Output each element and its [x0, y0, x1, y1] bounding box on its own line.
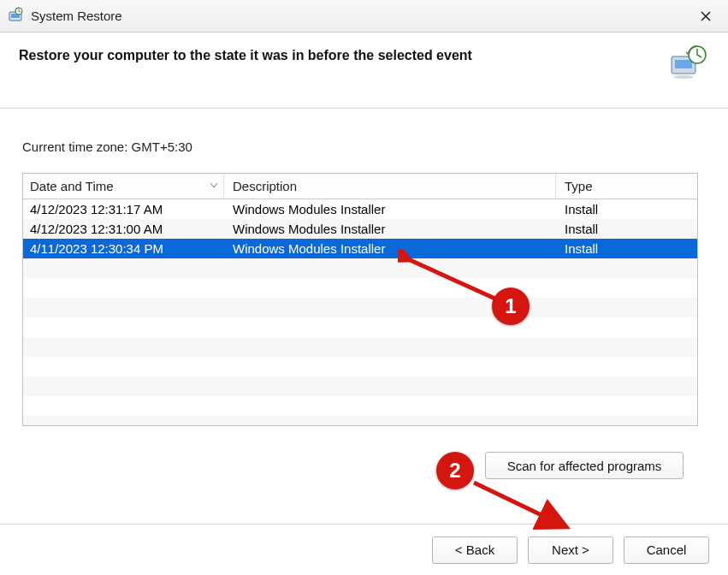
grid-body: 4/12/2023 12:31:17 AM Windows Modules In…	[23, 199, 697, 425]
page-heading: Restore your computer to the state it wa…	[19, 48, 472, 63]
restore-wizard-icon	[668, 43, 709, 84]
timezone-label: Current time zone: GMT+5:30	[22, 139, 706, 154]
column-header-datetime[interactable]: Date and Time	[23, 174, 224, 199]
table-row[interactable]: 4/12/2023 12:31:17 AM Windows Modules In…	[23, 199, 697, 219]
svg-rect-4	[675, 60, 692, 68]
sort-indicator-icon	[210, 177, 218, 192]
grid-header: Date and Time Description Type	[23, 174, 697, 199]
content-area: Current time zone: GMT+5:30 Date and Tim…	[0, 109, 728, 493]
cell-description: Windows Modules Installer	[224, 221, 556, 237]
column-header-description-label: Description	[233, 179, 297, 193]
svg-point-5	[673, 75, 694, 79]
table-row[interactable]: 4/12/2023 12:31:00 AM Windows Modules In…	[23, 219, 697, 239]
cell-type: Install	[556, 221, 697, 237]
cell-datetime: 4/12/2023 12:31:00 AM	[23, 221, 224, 237]
cell-datetime: 4/12/2023 12:31:17 AM	[23, 201, 224, 217]
next-button[interactable]: Next >	[528, 536, 613, 564]
close-icon	[700, 10, 712, 22]
column-header-datetime-label: Date and Time	[30, 179, 114, 193]
cell-type: Install	[556, 240, 697, 257]
cancel-button[interactable]: Cancel	[624, 536, 709, 564]
cell-type: Install	[556, 201, 697, 217]
close-button[interactable]	[690, 4, 721, 28]
annotation-badge-2: 2	[436, 452, 474, 489]
column-header-type[interactable]: Type	[556, 174, 697, 199]
column-header-type-label: Type	[565, 179, 593, 193]
cell-description: Windows Modules Installer	[224, 240, 556, 257]
window-title: System Restore	[31, 9, 690, 23]
wizard-footer: < Back Next > Cancel	[0, 524, 728, 575]
title-bar: System Restore	[0, 0, 728, 33]
cell-description: Windows Modules Installer	[224, 201, 556, 217]
column-header-description[interactable]: Description	[224, 174, 556, 199]
app-icon	[7, 6, 24, 26]
wizard-header: Restore your computer to the state it wa…	[0, 33, 728, 109]
scan-row: Scan for affected programs	[22, 452, 706, 479]
cell-datetime: 4/11/2023 12:30:34 PM	[23, 240, 224, 257]
restore-points-grid[interactable]: Date and Time Description Type 4/12/2023…	[22, 173, 698, 426]
scan-affected-button[interactable]: Scan for affected programs	[485, 452, 684, 479]
annotation-badge-1: 1	[492, 288, 530, 325]
table-row[interactable]: 4/11/2023 12:30:34 PM Windows Modules In…	[23, 239, 697, 258]
back-button[interactable]: < Back	[432, 536, 518, 564]
